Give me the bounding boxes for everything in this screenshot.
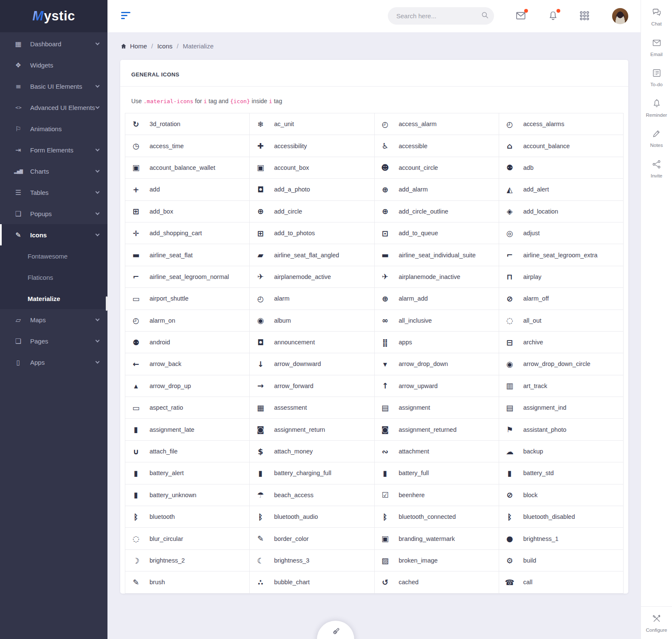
home-icon[interactable] [120, 43, 127, 50]
general-icons-card: GENERAL ICONS Use .material-icons for i … [120, 60, 628, 594]
arrow-back-icon: ← [131, 360, 141, 369]
icon-name-label: all_out [523, 317, 542, 324]
dashboard-icon: ▦ [13, 40, 24, 48]
sidebar-item-tables[interactable]: ☰Tables [0, 182, 107, 203]
sidebar-subitem-flaticons[interactable]: Flaticons [0, 267, 107, 288]
icon-name-label: all_inclusive [399, 317, 432, 324]
3d-rotation-icon: ↻ [131, 120, 141, 129]
icon-name-label: add_to_queue [399, 230, 438, 236]
share-icon [652, 159, 662, 171]
icon-name-label: call [523, 579, 533, 586]
icon-name-label: alarm_off [523, 295, 549, 302]
airplay-icon: ⊓ [505, 272, 515, 281]
icon-name-label: block [523, 492, 538, 498]
bar-chart-icon: ▂▅▇ [13, 169, 24, 174]
sidebar-item-popups[interactable]: ❑Popups [0, 203, 107, 224]
icon-name-label: aspect_ratio [150, 404, 183, 411]
icon-cell-airline-seat-flat: ▬airline_seat_flat [125, 244, 250, 266]
alarm-off-icon: ⊘ [505, 294, 515, 303]
breadcrumb-icons[interactable]: Icons [157, 42, 172, 50]
rail-item-label: Reminder [646, 113, 667, 118]
chevron-down-icon [96, 169, 100, 173]
icon-name-label: assignment_ind [523, 404, 567, 411]
brush-icon: ✎ [131, 578, 141, 587]
airline-seat-legroom-normal-icon: ⌐ [131, 272, 141, 281]
app-root: Mystic ▦Dashboard❖Widgets≡Basic UI Eleme… [0, 0, 672, 639]
icon-name-label: attach_money [274, 448, 313, 455]
icon-name-label: brightness_3 [274, 557, 309, 564]
rail-items: ChatEmailTo-doReminderNotesInvite [641, 0, 672, 184]
icon-name-label: access_time [150, 143, 184, 149]
icon-name-label: add [150, 186, 160, 193]
border-color-icon: ✎ [255, 534, 265, 543]
sidebar-item-icons[interactable]: ✎Icons [0, 224, 107, 245]
icon-cell-blur-circular: ◌blur_circular [125, 528, 250, 549]
icon-cell-accessibility: ✚accessibility [250, 135, 374, 157]
icon-cell-build: ⚙build [499, 550, 624, 571]
rail-item-label: Notes [650, 143, 663, 148]
icon-name-label: alarm_on [150, 317, 175, 324]
sidebar-item-maps[interactable]: ▱Maps [0, 309, 107, 330]
icon-name-label: add_alert [523, 186, 549, 193]
icon-name-label: ac_unit [274, 121, 294, 127]
icon-cell-add-box: ⊞add_box [125, 201, 250, 222]
rail-item-invite[interactable]: Invite [641, 154, 672, 184]
assignment-return-icon: ◙ [255, 425, 265, 434]
icon-name-label: accessible [399, 143, 428, 149]
icon-cell-battery-unknown: ▮battery_unknown [125, 484, 250, 506]
sidebar-item-widgets[interactable]: ❖Widgets [0, 54, 107, 76]
configure-button[interactable]: Configure [641, 606, 672, 639]
airline-seat-flat-icon: ▬ [131, 251, 141, 259]
sidebar-item-dashboard[interactable]: ▦Dashboard [0, 33, 107, 54]
access-alarms-icon: ◴ [505, 120, 515, 129]
sidebar-subitem-materialize[interactable]: Materialize [0, 288, 107, 309]
usage-text: inside [250, 98, 269, 104]
icon-cell-brightness-3: ☾brightness_3 [250, 550, 374, 571]
art-track-icon: ▥ [505, 381, 515, 390]
theme-customizer-fab[interactable] [317, 621, 354, 639]
icon-cell-adjust: ◎adjust [499, 222, 624, 244]
sidebar-item-charts[interactable]: ▂▅▇Charts [0, 160, 107, 182]
icon-cell-account-balance: ⌂account_balance [499, 135, 624, 157]
broken-image-icon: ▨ [380, 556, 390, 565]
usage-code-token: {icon} [230, 98, 250, 104]
icon-name-label: add_to_photos [274, 230, 315, 236]
icon-name-label: brush [150, 579, 165, 586]
chevron-down-icon [96, 84, 100, 88]
sidebar-item-form-elements[interactable]: ⇥Form Elements [0, 139, 107, 160]
messages-icon[interactable] [515, 10, 527, 22]
breadcrumb-home[interactable]: Home [130, 42, 147, 50]
sidebar-item-animations[interactable]: ⚐Animations [0, 118, 107, 139]
usage-text: for [193, 98, 203, 104]
icon-name-label: access_alarm [399, 121, 437, 127]
sidebar-item-apps[interactable]: ▯Apps [0, 352, 107, 373]
menu-toggle-icon[interactable] [121, 12, 131, 20]
rail-item-chat[interactable]: Chat [641, 2, 672, 32]
sidebar-subitem-fontawesome[interactable]: Fontawesome [0, 245, 107, 267]
sidebar-item-pages[interactable]: ❏Pages [0, 330, 107, 352]
main-column: Home / Icons / Materialize GENERAL ICONS… [107, 0, 641, 639]
usage-code-token: .material-icons [144, 98, 193, 104]
icon-name-label: arrow_drop_down [399, 360, 448, 367]
rail-item-email[interactable]: Email [641, 32, 672, 63]
apps-grid-icon[interactable] [579, 10, 591, 22]
user-avatar[interactable] [612, 8, 628, 24]
rail-item-reminder[interactable]: Reminder [641, 93, 672, 124]
sidebar-item-basic-ui-elements[interactable]: ≡Basic UI Elements [0, 76, 107, 97]
ac-unit-icon: ❄ [255, 120, 265, 129]
icon-cell-add: +add [125, 179, 250, 200]
icon-cell-airline-seat-individual-suite: ▬airline_seat_individual_suite [375, 244, 499, 266]
add-a-photo-icon: ◘ [255, 185, 265, 194]
icon-name-label: album [274, 317, 291, 324]
rail-item-notes[interactable]: Notes [641, 123, 672, 154]
beach-access-icon: ☂ [255, 490, 265, 499]
notifications-icon[interactable] [548, 10, 559, 22]
todo-icon [652, 68, 662, 80]
search-icon[interactable] [481, 11, 489, 21]
sidebar-item-advanced-ui-elements[interactable]: <>Advanced UI Elements [0, 97, 107, 118]
sidebar: Mystic ▦Dashboard❖Widgets≡Basic UI Eleme… [0, 0, 107, 639]
rail-item-to-do[interactable]: To-do [641, 62, 672, 93]
icon-cell-assignment: ▤assignment [375, 397, 499, 419]
sidebar-item-label: Animations [30, 125, 99, 132]
search-input[interactable] [396, 12, 481, 20]
